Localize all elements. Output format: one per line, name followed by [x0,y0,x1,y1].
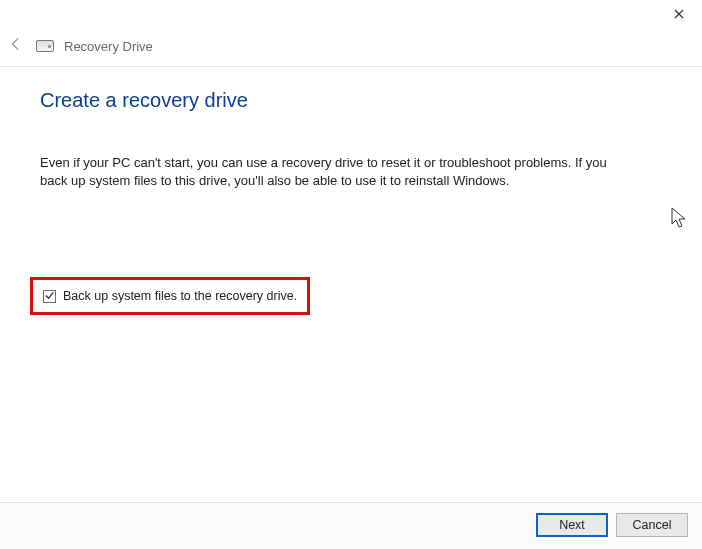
recovery-drive-icon [36,40,54,52]
arrow-left-icon [9,37,23,55]
wizard-footer: Next Cancel [0,502,702,549]
backup-checkbox-label: Back up system files to the recovery dri… [63,289,297,303]
next-button[interactable]: Next [536,513,608,537]
page-description: Even if your PC can't start, you can use… [40,154,610,190]
cancel-button[interactable]: Cancel [616,513,688,537]
window-title: Recovery Drive [64,39,153,54]
next-button-label: Next [559,518,585,532]
close-button[interactable] [656,0,702,28]
recovery-drive-wizard-window: Recovery Drive Create a recovery drive E… [0,0,702,549]
cancel-button-label: Cancel [633,518,672,532]
close-icon [674,6,684,22]
page-heading: Create a recovery drive [40,89,662,112]
titlebar [0,0,702,28]
backup-checkbox-row: Back up system files to the recovery dri… [30,277,310,315]
wizard-content: Create a recovery drive Even if your PC … [0,67,702,502]
back-button[interactable] [6,36,26,56]
backup-checkbox[interactable] [43,290,56,303]
wizard-header: Recovery Drive [0,28,702,67]
checkmark-icon [44,289,55,304]
